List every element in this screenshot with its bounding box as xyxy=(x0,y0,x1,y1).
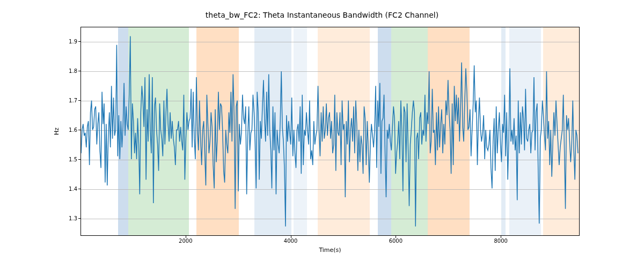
y-tick-label: 1.9 xyxy=(69,39,77,44)
y-tick-mark xyxy=(78,189,80,189)
x-tick-mark xyxy=(186,236,186,238)
x-tick-label: 6000 xyxy=(389,238,402,244)
y-tick-label: 1.8 xyxy=(69,68,77,74)
y-tick-mark xyxy=(78,130,80,130)
y-tick-mark xyxy=(78,218,80,219)
x-axis-label: Time(s) xyxy=(80,247,580,254)
chart-title: theta_bw_FC2: Theta Instantaneous Bandwi… xyxy=(0,11,644,19)
x-tick-mark xyxy=(396,236,396,238)
x-tick-mark xyxy=(501,236,501,238)
series-line xyxy=(81,36,578,226)
y-tick-mark xyxy=(78,71,80,71)
x-tick-label: 4000 xyxy=(284,238,297,244)
y-tick-mark xyxy=(78,159,80,160)
x-tick-label: 2000 xyxy=(179,238,192,244)
line-plot-svg xyxy=(81,27,579,235)
y-axis-label: Hz xyxy=(53,128,60,135)
y-tick-mark xyxy=(78,41,80,42)
x-tick-label: 8000 xyxy=(494,238,507,244)
y-tick-label: 1.6 xyxy=(69,127,77,133)
y-tick-label: 1.4 xyxy=(69,186,77,192)
y-tick-label: 1.5 xyxy=(69,157,77,162)
chart-figure: theta_bw_FC2: Theta Instantaneous Bandwi… xyxy=(0,0,644,268)
chart-axes xyxy=(80,27,580,236)
y-tick-label: 1.3 xyxy=(69,215,77,221)
y-tick-mark xyxy=(78,100,80,101)
x-tick-mark xyxy=(291,236,291,238)
y-tick-label: 1.7 xyxy=(69,98,77,103)
